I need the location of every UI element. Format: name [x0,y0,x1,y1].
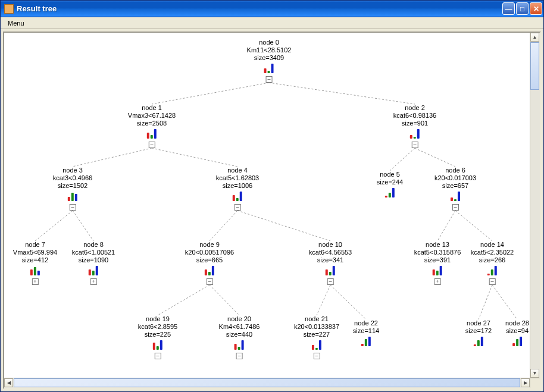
app-window: Result tree — □ ✕ Menu node 0Km11<28.510… [0,0,544,392]
tree-node-n10[interactable]: node 10kcat6<4.56553size=341– [309,241,352,285]
tree-node-n22[interactable]: node 22size=114 [353,319,379,348]
horizontal-scrollbar[interactable]: ◀ ▶ [4,378,530,388]
node-rule: Vmax3<67.1428 [128,112,176,120]
node-title: node 0 [247,39,292,46]
expand-button[interactable]: + [90,278,96,285]
node-title: node 19 [138,315,177,323]
collapse-button[interactable]: – [265,76,272,83]
tree-node-n7[interactable]: node 7Vmax5<69.994size=412+ [13,241,57,285]
svg-line-11 [455,211,492,241]
node-rule: k20<0.00517096 [185,249,234,256]
scroll-up-button[interactable]: ▲ [530,33,539,42]
node-size: size=94 [505,327,529,335]
tree-node-n5[interactable]: node 5size=244 [377,171,403,199]
bars-icon [89,266,98,275]
menu-item[interactable]: Menu [4,19,28,27]
tree-node-n19[interactable]: node 19kcat6<2.8595size=225– [138,315,177,359]
collapse-button[interactable]: – [70,204,76,211]
window-title: Result tree [17,4,502,13]
node-title: node 4 [216,167,259,174]
maximize-button[interactable]: □ [516,2,529,15]
collapse-button[interactable]: – [452,204,458,211]
bars-icon [68,192,77,201]
svg-line-4 [390,148,415,171]
menubar: Menu [1,17,543,29]
expand-button[interactable]: + [434,278,440,285]
bars-icon [410,129,420,139]
node-size: size=1090 [72,256,115,264]
size-grip[interactable] [530,378,540,388]
node-rule: kcat6<2.8595 [138,323,177,331]
tree-node-n3[interactable]: node 3kcat3<0.4966size=1502– [53,167,92,211]
collapse-button[interactable]: – [207,278,213,285]
collapse-button[interactable]: – [236,353,243,359]
node-title: node 9 [185,241,234,249]
tree-node-n8[interactable]: node 8kcat6<1.00521size=1090+ [72,241,115,285]
tree-node-n27[interactable]: node 27size=172 [465,319,492,348]
tree-node-n14[interactable]: node 14kcat5<2.35022size=266– [471,241,514,285]
node-rule: kcat5<0.315876 [414,249,461,256]
svg-line-14 [317,285,330,315]
node-size: size=172 [465,327,492,335]
bars-icon [474,337,483,346]
collapse-button[interactable]: – [155,353,161,359]
tree-node-n28[interactable]: node 28size=94 [505,319,529,348]
node-rule: kcat6<4.56553 [309,249,352,256]
expand-button[interactable]: + [32,278,39,285]
scroll-right-button[interactable]: ▶ [521,378,530,387]
svg-line-17 [492,285,517,319]
horizontal-scroll-thumb[interactable] [14,378,520,387]
close-button[interactable]: ✕ [530,2,542,15]
tree-node-n9[interactable]: node 9k20<0.00517096size=665– [185,241,234,285]
node-title: node 6 [434,167,476,174]
tree-node-n13[interactable]: node 13kcat5<0.315876size=391+ [414,241,461,285]
collapse-button[interactable]: – [148,142,155,148]
node-size: size=657 [434,182,476,190]
titlebar[interactable]: Result tree — □ ✕ [1,1,543,17]
bars-icon [487,266,497,275]
tree-node-n21[interactable]: node 21k20<0.0133837size=227– [294,315,339,359]
svg-line-10 [437,211,455,241]
node-rule: Km11<28.5102 [247,46,292,54]
node-title: node 7 [13,241,57,249]
tree-node-n20[interactable]: node 20Km4<61.7486size=440– [219,315,260,359]
tree-node-n4[interactable]: node 4kcat5<1.62803size=1006– [216,167,259,211]
node-size: size=227 [294,331,339,338]
vertical-scrollbar[interactable]: ▲ ▼ [530,33,540,378]
svg-line-16 [479,285,492,319]
node-size: size=391 [414,256,461,264]
tree-viewport: node 0Km11<28.5102size=3409–node 1Vmax3<… [3,32,541,389]
node-title: node 3 [53,167,92,174]
bars-icon [264,64,274,73]
svg-line-9 [237,211,330,241]
window-buttons: — □ ✕ [502,2,542,15]
node-rule: kcat5<1.62803 [216,174,259,182]
vertical-scroll-thumb[interactable] [530,42,539,90]
collapse-button[interactable]: – [313,353,320,359]
tree-node-n0[interactable]: node 0Km11<28.5102size=3409– [247,39,292,83]
tree-node-n6[interactable]: node 6k20<0.017003size=657– [434,167,476,211]
collapse-button[interactable]: – [411,142,418,148]
collapse-button[interactable]: – [489,278,495,285]
svg-line-6 [35,211,73,241]
scroll-left-button[interactable]: ◀ [4,378,13,387]
node-rule: k20<0.0133837 [294,323,339,331]
tree-node-n1[interactable]: node 1Vmax3<67.1428size=2508– [128,104,176,148]
svg-line-5 [415,148,455,167]
node-size: size=3409 [247,54,292,62]
minimize-button[interactable]: — [502,2,515,15]
node-size: size=1006 [216,182,259,190]
collapse-button[interactable]: – [327,278,333,285]
svg-line-15 [330,285,366,319]
scroll-down-button[interactable]: ▼ [530,369,539,378]
node-title: node 28 [505,319,529,327]
tree-node-n2[interactable]: node 2kcat6<0.98136size=901– [393,104,436,148]
svg-line-3 [152,148,237,167]
bars-icon [451,192,460,201]
bars-icon [147,129,157,139]
tree-canvas[interactable]: node 0Km11<28.5102size=3409–node 1Vmax3<… [4,33,534,384]
collapse-button[interactable]: – [234,204,240,211]
svg-line-13 [210,285,239,315]
node-title: node 21 [294,315,339,323]
bars-icon [312,340,321,350]
